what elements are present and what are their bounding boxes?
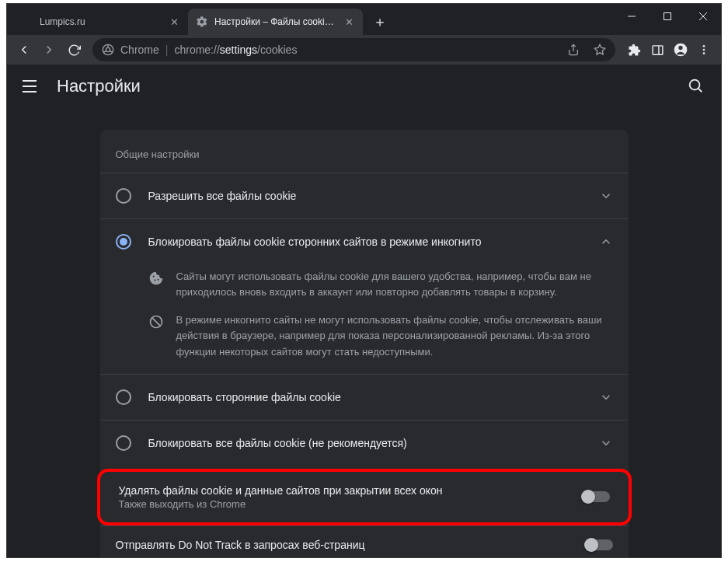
tab-title: Lumpics.ru xyxy=(40,16,162,27)
toggle-label: Удалять файлы cookie и данные сайтов при… xyxy=(119,484,582,497)
share-icon[interactable] xyxy=(567,44,580,56)
detail-text: В режиме инкогнито сайты не могут исполь… xyxy=(176,312,613,359)
radio-icon xyxy=(116,389,131,405)
maximize-button[interactable] xyxy=(650,4,685,29)
menu-icon[interactable] xyxy=(693,39,715,61)
blocked-icon xyxy=(148,314,164,330)
toggle-switch[interactable] xyxy=(585,539,613,550)
chrome-icon xyxy=(102,44,114,56)
separator: | xyxy=(165,44,169,56)
radio-allow-all[interactable]: Разрешить все файлы cookie xyxy=(100,173,629,218)
tab-settings[interactable]: Настройки – Файлы cookie и др ✕ xyxy=(188,9,363,35)
svg-point-14 xyxy=(678,46,682,50)
back-button[interactable] xyxy=(13,39,35,61)
extensions-icon[interactable] xyxy=(623,39,645,61)
minimize-button[interactable] xyxy=(614,4,650,29)
toggle-clear-on-exit[interactable]: Удалять файлы cookie и данные сайтов при… xyxy=(100,472,629,522)
radio-label: Блокировать файлы cookie сторонних сайто… xyxy=(148,236,594,248)
radio-icon xyxy=(116,435,131,451)
svg-point-22 xyxy=(157,279,158,281)
toggle-label: Отправлять Do Not Track в запросах веб-с… xyxy=(116,539,585,551)
radio-label: Блокировать все файлы cookie (не рекомен… xyxy=(148,437,594,449)
highlighted-setting: Удалять файлы cookie и данные сайтов при… xyxy=(97,469,632,525)
svg-point-17 xyxy=(703,52,705,54)
svg-rect-1 xyxy=(664,13,671,20)
content-area: Настройки Общие настройки Разрешить все … xyxy=(7,65,721,557)
radio-block-third-party-incognito[interactable]: Блокировать файлы cookie сторонних сайто… xyxy=(100,218,629,264)
chevron-down-icon[interactable] xyxy=(594,431,618,455)
svg-line-24 xyxy=(152,318,160,326)
gear-icon xyxy=(196,16,208,28)
svg-point-5 xyxy=(106,47,110,51)
cookie-icon xyxy=(148,271,164,286)
page-title: Настройки xyxy=(57,76,141,96)
svg-line-7 xyxy=(103,51,106,52)
profile-icon[interactable] xyxy=(670,39,691,61)
svg-marker-10 xyxy=(594,44,604,54)
toggle-sublabel: Также выходить из Chrome xyxy=(119,498,582,510)
close-tab-icon[interactable]: ✕ xyxy=(343,16,355,28)
titlebar: Lumpics.ru ✕ Настройки – Файлы cookie и … xyxy=(7,4,721,35)
chevron-down-icon[interactable] xyxy=(594,386,618,409)
settings-body[interactable]: Общие настройки Разрешить все файлы cook… xyxy=(7,108,721,557)
side-panel-icon[interactable] xyxy=(646,39,668,61)
chrome-window: Lumpics.ru ✕ Настройки – Файлы cookie и … xyxy=(6,3,722,558)
cookies-settings-card: Общие настройки Разрешить все файлы cook… xyxy=(100,130,629,557)
svg-point-18 xyxy=(690,80,700,90)
radio-label: Разрешить все файлы cookie xyxy=(148,190,594,202)
tab-title: Настройки – Файлы cookie и др xyxy=(214,16,336,27)
favicon-lumpics xyxy=(21,16,33,28)
svg-point-16 xyxy=(703,49,705,51)
window-controls xyxy=(614,4,721,29)
settings-header: Настройки xyxy=(7,65,721,108)
toggle-switch[interactable] xyxy=(582,491,610,502)
chevron-down-icon[interactable] xyxy=(594,184,618,208)
radio-icon xyxy=(116,188,131,204)
radio-detail-block: Сайты могут использовать файлы cookie дл… xyxy=(100,264,629,374)
radio-label: Блокировать сторонние файлы cookie xyxy=(148,391,594,403)
tab-strip: Lumpics.ru ✕ Настройки – Файлы cookie и … xyxy=(7,4,391,35)
reload-button[interactable] xyxy=(63,39,85,61)
svg-line-8 xyxy=(110,51,112,52)
bookmark-icon[interactable] xyxy=(594,44,606,56)
svg-point-15 xyxy=(703,45,705,47)
tab-lumpics[interactable]: Lumpics.ru ✕ xyxy=(13,9,188,35)
close-tab-icon[interactable]: ✕ xyxy=(168,16,180,28)
svg-rect-11 xyxy=(653,45,663,54)
toolbar-right-icons xyxy=(623,39,715,61)
url-text: chrome://settings/cookies xyxy=(174,44,297,56)
chrome-label-text: Chrome xyxy=(120,44,159,56)
radio-icon xyxy=(116,234,131,250)
toolbar: Chrome | chrome://settings/cookies xyxy=(7,35,721,65)
chrome-origin-chip: Chrome xyxy=(102,44,159,56)
new-tab-button[interactable]: ＋ xyxy=(369,11,391,33)
chevron-up-icon[interactable] xyxy=(594,230,618,253)
address-bar[interactable]: Chrome | chrome://settings/cookies xyxy=(92,38,615,61)
search-icon[interactable] xyxy=(687,77,705,96)
detail-text: Сайты могут использовать файлы cookie дл… xyxy=(176,269,613,300)
svg-point-20 xyxy=(152,276,154,278)
section-label: Общие настройки xyxy=(100,130,629,173)
svg-line-19 xyxy=(698,89,702,93)
close-window-button[interactable] xyxy=(685,4,721,29)
menu-button[interactable] xyxy=(23,77,41,96)
toggle-do-not-track[interactable]: Отправлять Do Not Track в запросах веб-с… xyxy=(100,525,629,557)
forward-button[interactable] xyxy=(38,39,60,61)
svg-point-21 xyxy=(154,280,155,281)
radio-block-all[interactable]: Блокировать все файлы cookie (не рекомен… xyxy=(100,420,629,466)
radio-block-third-party[interactable]: Блокировать сторонние файлы cookie xyxy=(100,374,629,420)
